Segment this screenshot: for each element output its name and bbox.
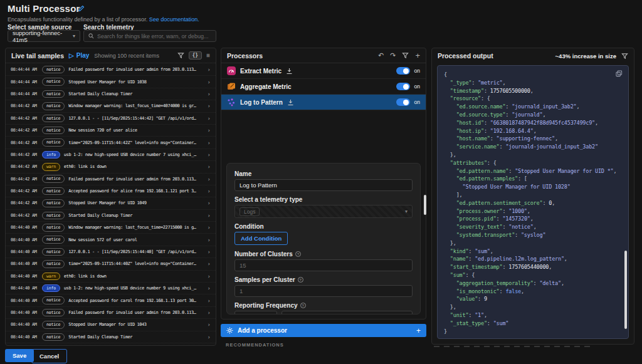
frequency-unit-select[interactable]: milliseconds▾ — [282, 311, 413, 315]
log-row[interactable]: 08:44:44 AMnoticeStopped User Manager fo… — [6, 76, 216, 88]
log-row[interactable]: 08:44:42 AMnoticeStarted Daily Cleanup T… — [6, 210, 216, 222]
log-row[interactable]: 08:44:42 AMwarneth0: link is down› — [6, 161, 216, 173]
add-condition-button[interactable]: Add Condition — [234, 232, 288, 245]
play-icon: ▷ — [69, 52, 74, 59]
log-message: eth0: link is down — [64, 164, 204, 169]
log-row[interactable]: 08:44:44 AMnoticeStarted Daily Cleanup T… — [6, 88, 216, 100]
log-row[interactable]: 08:44:40 AMnoticeStarted Daily Cleanup T… — [6, 331, 216, 343]
log-row[interactable]: 08:44:42 AMnoticeNew session 720 of user… — [6, 125, 216, 137]
log-row[interactable]: 08:44:44 AMnoticeFailed password for inv… — [6, 64, 216, 76]
log-time: 08:44:44 AM — [11, 80, 38, 85]
chevron-right-icon[interactable]: › — [208, 249, 211, 255]
filter-icon[interactable] — [621, 53, 628, 60]
processors-panel: Processors ↶ ↷ + Extract MetriconAggrega… — [221, 48, 426, 320]
add-processor-button[interactable]: Add a processor + — [221, 324, 426, 337]
chevron-right-icon[interactable]: › — [208, 334, 211, 340]
log-row[interactable]: 08:44:40 AMnoticeStopped User Manager fo… — [6, 319, 216, 331]
chevron-right-icon[interactable]: › — [208, 66, 211, 73]
chevron-right-icon[interactable]: › — [208, 140, 211, 146]
cancel-button[interactable]: Cancel — [31, 349, 67, 363]
log-row[interactable]: 08:44:42 AMnoticetime="2025-09-11T15:44:… — [6, 137, 216, 148]
severity-badge: notice — [42, 187, 65, 195]
frequency-value-field[interactable] — [234, 311, 277, 315]
name-field[interactable]: Log to Pattern — [234, 179, 413, 191]
clusters-field[interactable]: 15 — [234, 259, 413, 271]
log-message: Window manager warning: last_focus_time=… — [68, 225, 203, 230]
chevron-right-icon[interactable]: › — [208, 164, 211, 170]
undo-icon[interactable]: ↶ — [378, 52, 384, 59]
search-placeholder: Search for things like error, warn, or d… — [97, 33, 209, 39]
redo-icon[interactable]: ↷ — [390, 52, 396, 59]
edit-pencil-icon[interactable] — [78, 5, 85, 12]
chevron-right-icon[interactable]: › — [208, 152, 211, 158]
chevron-right-icon[interactable]: › — [208, 91, 211, 97]
severity-badge: notice — [42, 90, 65, 98]
log-time: 08:44:42 AM — [11, 140, 38, 145]
log-row[interactable]: 08:44:40 AMnotice127.0.0.1 - - [11/Sep/2… — [6, 246, 216, 258]
severity-badge: warn — [42, 163, 60, 171]
log-row[interactable]: 08:44:40 AMnoticetime="2025-09-11T15:44:… — [6, 258, 216, 270]
log-row[interactable]: 08:44:42 AMnotice127.0.0.1 - - [11/Sep/2… — [6, 113, 216, 125]
chevron-right-icon[interactable]: › — [208, 261, 211, 267]
help-icon[interactable]: ? — [295, 251, 301, 257]
log-time: 08:44:40 AM — [11, 335, 38, 340]
severity-badge: info — [42, 151, 60, 159]
help-icon[interactable]: ? — [300, 303, 306, 308]
see-documentation-link[interactable]: See documentation. — [149, 16, 199, 23]
filter-icon[interactable] — [402, 52, 409, 59]
copy-icon[interactable] — [616, 70, 623, 77]
log-row[interactable]: 08:44:40 AMnoticeWindow manager warning:… — [6, 222, 216, 234]
save-button[interactable]: Save — [5, 349, 34, 362]
log-time: 08:44:42 AM — [11, 152, 38, 157]
play-button[interactable]: ▷Play — [69, 52, 89, 59]
log-row[interactable]: 08:44:40 AMnoticeNew session 572 of user… — [6, 234, 216, 246]
chevron-right-icon[interactable]: › — [208, 176, 211, 182]
chevron-right-icon[interactable]: › — [208, 212, 211, 219]
list-view-icon[interactable]: ≡ — [206, 53, 210, 59]
toggle-state-label: on — [414, 83, 420, 90]
chevron-right-icon[interactable]: › — [208, 224, 211, 231]
log-row[interactable]: 08:44:40 AMinfousb 1-2: new high-speed U… — [6, 283, 216, 294]
log-row[interactable]: 08:44:40 AMnoticeFailed password for inv… — [6, 307, 216, 319]
chevron-right-icon[interactable]: › — [208, 127, 211, 133]
severity-badge: notice — [42, 248, 65, 256]
log-row[interactable]: 08:44:42 AMnoticeAccepted password for a… — [6, 185, 216, 197]
json-view-toggle[interactable]: {} — [189, 51, 203, 60]
processor-row[interactable]: Aggregate Metricon — [221, 79, 426, 95]
help-icon[interactable]: ? — [298, 277, 303, 283]
chevron-right-icon[interactable]: › — [208, 115, 211, 122]
chevron-right-icon[interactable]: › — [208, 321, 211, 328]
chevron-right-icon[interactable]: › — [208, 273, 211, 279]
processor-toggle[interactable] — [396, 67, 410, 75]
chevron-right-icon[interactable]: › — [208, 285, 211, 291]
log-row[interactable]: 08:44:42 AMnoticeWindow manager warning:… — [6, 100, 216, 112]
log-row[interactable]: 08:44:42 AMnoticeFailed password for inv… — [6, 174, 216, 185]
processor-row[interactable]: Log to Patternon — [221, 95, 426, 110]
sample-source-select[interactable]: supporting-fennec-41m5 ▾ — [8, 30, 80, 42]
filter-icon[interactable] — [177, 52, 184, 59]
output-scrollbar[interactable] — [624, 251, 627, 329]
processors-scrollbar[interactable] — [424, 195, 426, 215]
processor-toggle[interactable] — [396, 98, 410, 106]
chevron-right-icon[interactable]: › — [208, 237, 211, 243]
output-title: Processed output — [438, 52, 493, 60]
log-message: Started Daily Cleanup Timer — [68, 335, 203, 340]
log-row[interactable]: 08:44:42 AMinfousb 1-2: new high-speed U… — [6, 149, 216, 161]
chevron-right-icon[interactable]: › — [208, 79, 211, 85]
samples-field[interactable]: 1 — [234, 285, 413, 297]
log-row[interactable]: 08:44:42 AMnoticeStopped User Manager fo… — [6, 197, 216, 209]
log-time: 08:44:42 AM — [11, 189, 38, 194]
severity-badge: notice — [42, 296, 65, 304]
processor-row[interactable]: Extract Metricon — [221, 63, 426, 79]
chevron-right-icon[interactable]: › — [208, 200, 211, 206]
log-time: 08:44:44 AM — [11, 67, 38, 72]
chevron-right-icon[interactable]: › — [208, 188, 211, 194]
add-icon[interactable]: + — [415, 51, 420, 60]
processor-toggle[interactable] — [396, 83, 410, 90]
chevron-right-icon[interactable]: › — [208, 298, 211, 304]
log-row[interactable]: 08:44:40 AMwarneth0: link is down› — [6, 271, 216, 283]
chevron-right-icon[interactable]: › — [208, 309, 211, 316]
chevron-right-icon[interactable]: › — [208, 103, 211, 109]
log-row[interactable]: 08:44:40 AMnoticeAccepted password for c… — [6, 294, 216, 306]
search-input[interactable]: Search for things like error, warn, or d… — [83, 30, 216, 42]
